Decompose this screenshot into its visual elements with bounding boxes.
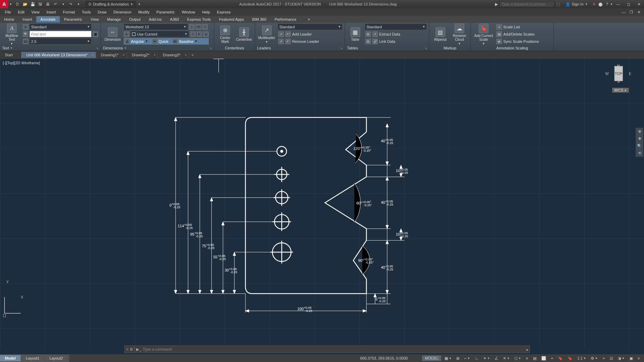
otrack-toggle[interactable]: ✕ ▼ <box>502 356 511 361</box>
isolate-toggle[interactable]: ◑ ▼ <box>616 356 626 361</box>
tab-insert[interactable]: Insert <box>18 16 36 22</box>
linkdata-button[interactable]: ⛁🔗 Link Data <box>365 38 427 45</box>
addcurrentscale-button[interactable]: 🔖 Add Current Scale ▼ <box>473 23 494 45</box>
save-icon[interactable]: 💾 <box>30 1 36 7</box>
revcloud-button[interactable]: ☁ Revision Cloud ▼ <box>451 23 469 45</box>
tab-a360[interactable]: A360 <box>166 16 183 22</box>
removeleader-button[interactable]: ↗↗⁻ Remove Leader <box>278 38 343 45</box>
tab-featured[interactable]: Featured Apps <box>215 16 248 22</box>
tab-doc1[interactable]: Unit 006 Worksheet 13 Dimensions*× <box>21 52 96 58</box>
dim-continue-icon[interactable]: ⊦ <box>190 31 196 37</box>
cycling-toggle[interactable]: ⬜ <box>540 356 548 361</box>
tab-manage[interactable]: Manage <box>103 16 125 22</box>
doc-minimize-button[interactable]: — <box>620 9 627 15</box>
menu-window[interactable]: Window <box>178 9 199 15</box>
transparency-toggle[interactable]: ▤ <box>532 356 538 361</box>
app-logo[interactable]: A <box>0 0 8 8</box>
dimension-button[interactable]: ↔ Dimension <box>103 23 122 45</box>
menu-draw[interactable]: Draw <box>94 9 110 15</box>
panel-dialog-icon[interactable]: ↘ <box>209 47 212 50</box>
cmdline-up-icon[interactable]: ▴ <box>526 347 528 352</box>
logo-dropdown[interactable]: ▼ <box>8 3 13 6</box>
tab-output[interactable]: Output <box>125 16 145 22</box>
status-coords[interactable]: 690.3753, 269.0615, 0.0000 <box>359 356 409 360</box>
dim-break-icon[interactable]: ⊣⊢ <box>196 24 201 30</box>
menu-dimension[interactable]: Dimension <box>110 9 135 15</box>
close-icon[interactable]: × <box>123 53 124 57</box>
undo-dd-icon[interactable]: ▼ <box>60 1 66 7</box>
menu-parametric[interactable]: Parametric <box>153 9 178 15</box>
menu-format[interactable]: Format <box>59 9 78 15</box>
table-button[interactable]: ▦ Table <box>347 23 363 45</box>
layout-2[interactable]: Layout2 <box>45 355 68 361</box>
syncscale-button[interactable]: ⇄ Sync Scale Positions <box>496 38 540 45</box>
scalelist-button[interactable]: ≡ Scale List <box>496 23 540 30</box>
panel-dialog-icon[interactable]: ↘ <box>340 47 343 50</box>
zoom-icon[interactable]: 🔍 <box>637 144 642 148</box>
maximize-button[interactable]: ◻ <box>623 0 634 8</box>
menu-insert[interactable]: Insert <box>43 9 59 15</box>
tab-doc2[interactable]: Drawing1*× <box>96 52 127 58</box>
pan-icon[interactable]: ✥ <box>638 136 641 141</box>
qat-more-icon[interactable]: ▼ <box>136 1 142 7</box>
print-icon[interactable]: 🖶 <box>45 1 51 7</box>
menu-edit[interactable]: Edit <box>15 9 28 15</box>
menu-help[interactable]: Help <box>199 9 214 15</box>
tab-annotate[interactable]: Annotate <box>36 16 60 22</box>
tab-doc4[interactable]: Drawing3*× <box>158 52 189 58</box>
addleader-button[interactable]: ↗↗⁺ Add Leader <box>278 31 343 37</box>
hardware-accel[interactable]: ⊡ <box>608 356 614 361</box>
tablestyle-dropdown[interactable]: Standard▼ <box>365 23 427 30</box>
tab-parametric[interactable]: Parametric <box>60 16 86 22</box>
extractdata-button[interactable]: ⛁↗ Extract Data <box>365 31 427 37</box>
textheight-icon[interactable]: |A| <box>23 39 28 44</box>
menu-file[interactable]: File <box>1 9 15 15</box>
2dsnap-toggle[interactable]: ◻ ▼ <box>513 356 522 361</box>
tab-view[interactable]: View <box>86 16 103 22</box>
minimize-button[interactable]: — <box>613 0 623 8</box>
snap-toggle[interactable]: ⊞ <box>455 356 461 361</box>
polar-toggle[interactable]: ∟ <box>474 356 480 360</box>
viewcube[interactable]: N W TOP E S WCS ▼ <box>603 62 638 111</box>
panel-expand-icon[interactable]: ▼ <box>10 47 13 50</box>
tab-addins[interactable]: Add-ins <box>145 16 166 22</box>
ribbon-focus-icon[interactable]: ⬛▾ <box>303 17 310 22</box>
dimstyle-dropdown[interactable]: Worksheet 13▼ <box>124 23 188 30</box>
new-icon[interactable]: 🗋 <box>15 1 21 7</box>
panel-dialog-icon[interactable]: ↘ <box>424 47 427 50</box>
baseline-dd-icon[interactable]: ▼ <box>195 40 197 43</box>
redo-dd-icon[interactable]: ▼ <box>75 1 82 7</box>
find-go-icon[interactable]: ▦ <box>93 31 98 37</box>
lineweight-toggle[interactable]: ≡ <box>524 356 529 360</box>
annoscale-dropdown[interactable]: 1:1 ▼ <box>576 356 587 360</box>
workspace-dropdown[interactable]: ⚙ Drafting & Annotation ▼ <box>86 1 136 8</box>
ortho-toggle[interactable]: ⌐ ▼ <box>463 356 471 360</box>
annotation-monitor[interactable]: + <box>601 356 606 360</box>
tab-doc3[interactable]: Drawing2*× <box>127 52 158 58</box>
tab-expresstools[interactable]: Express Tools <box>183 16 215 22</box>
nav-bar[interactable]: ⊕ ✥ 🔍 ⟲ <box>636 128 643 157</box>
layout-1[interactable]: Layout1 <box>21 355 45 361</box>
open-icon[interactable]: 📂 <box>22 1 28 7</box>
customize-button[interactable]: ≡ <box>636 356 641 360</box>
cmdline-close-icon[interactable]: × <box>126 347 128 351</box>
mleaderstyle-dropdown[interactable]: Standard▼ <box>278 23 343 30</box>
exchange-apps-icon[interactable]: ✕ <box>591 2 597 7</box>
textstyle-dropdown[interactable]: Standard▼ <box>29 23 92 30</box>
cleanscreen-toggle[interactable]: ▣ <box>628 356 634 361</box>
fullnav-icon[interactable]: ⊕ <box>638 129 641 134</box>
dim-space-icon[interactable]: ⊩ <box>197 31 202 37</box>
wcs-dropdown[interactable]: WCS ▼ <box>612 88 629 93</box>
orbit-icon[interactable]: ⟲ <box>638 151 641 155</box>
help-dd-icon[interactable]: ▼ <box>610 3 613 6</box>
tab-performance[interactable]: Performance <box>270 16 300 22</box>
menu-tools[interactable]: Tools <box>78 9 94 15</box>
doc-close-button[interactable]: ✕ <box>635 9 643 15</box>
multiline-text-button[interactable]: A Multiline Text ▼ <box>2 23 21 45</box>
textheight-dropdown[interactable]: 2.5▼ <box>29 38 92 45</box>
viewcube-west[interactable]: W <box>603 70 611 77</box>
tab-bim360[interactable]: BIM 360 <box>248 16 270 22</box>
find-icon[interactable]: 🔍 <box>23 31 28 37</box>
command-line[interactable]: × ⚙ ▶_ Type a command ▴ <box>124 345 530 353</box>
cmdline-options-icon[interactable]: ⚙ <box>130 347 133 352</box>
